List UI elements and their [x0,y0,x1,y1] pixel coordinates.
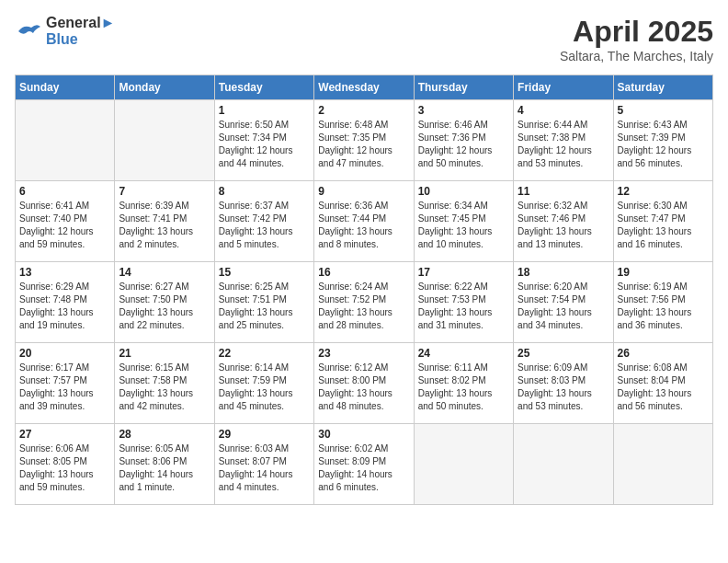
day-info: Sunrise: 6:48 AM Sunset: 7:35 PM Dayligh… [318,119,409,170]
day-info: Sunrise: 6:05 AM Sunset: 8:06 PM Dayligh… [119,442,210,494]
logo-bird-icon [15,20,42,42]
calendar-table: SundayMondayTuesdayWednesdayThursdayFrid… [15,75,713,505]
calendar-cell: 2Sunrise: 6:48 AM Sunset: 7:35 PM Daylig… [314,100,414,181]
day-number: 24 [418,347,509,360]
day-info: Sunrise: 6:41 AM Sunset: 7:40 PM Dayligh… [19,200,110,251]
day-info: Sunrise: 6:03 AM Sunset: 8:07 PM Dayligh… [219,442,310,494]
calendar-cell: 12Sunrise: 6:30 AM Sunset: 7:47 PM Dayli… [613,181,712,262]
month-title: April 2025 [560,15,713,49]
calendar-cell: 19Sunrise: 6:19 AM Sunset: 7:56 PM Dayli… [613,262,712,343]
weekday-header-tuesday: Tuesday [214,75,313,100]
day-info: Sunrise: 6:46 AM Sunset: 7:36 PM Dayligh… [418,119,509,170]
day-number: 4 [518,104,609,117]
day-number: 10 [418,185,509,198]
calendar-cell: 5Sunrise: 6:43 AM Sunset: 7:39 PM Daylig… [613,100,712,181]
day-number: 13 [19,266,110,279]
day-number: 16 [318,266,409,279]
day-info: Sunrise: 6:36 AM Sunset: 7:44 PM Dayligh… [318,200,409,251]
calendar-cell: 11Sunrise: 6:32 AM Sunset: 7:46 PM Dayli… [514,181,613,262]
day-number: 3 [418,104,509,117]
page-header: General► Blue April 2025 Saltara, The Ma… [15,15,713,63]
calendar-cell: 14Sunrise: 6:27 AM Sunset: 7:50 PM Dayli… [115,262,214,343]
day-number: 9 [318,185,409,198]
day-number: 7 [119,185,210,198]
day-number: 6 [19,185,110,198]
week-row-3: 13Sunrise: 6:29 AM Sunset: 7:48 PM Dayli… [16,262,713,343]
calendar-cell: 20Sunrise: 6:17 AM Sunset: 7:57 PM Dayli… [16,343,115,424]
week-row-4: 20Sunrise: 6:17 AM Sunset: 7:57 PM Dayli… [16,343,713,424]
day-number: 27 [19,428,110,441]
day-info: Sunrise: 6:14 AM Sunset: 7:59 PM Dayligh… [219,362,310,413]
calendar-cell: 21Sunrise: 6:15 AM Sunset: 7:58 PM Dayli… [115,343,214,424]
day-info: Sunrise: 6:50 AM Sunset: 7:34 PM Dayligh… [219,119,310,170]
calendar-cell: 27Sunrise: 6:06 AM Sunset: 8:05 PM Dayli… [16,424,115,505]
day-number: 18 [518,266,609,279]
day-number: 29 [219,428,310,441]
calendar-cell: 13Sunrise: 6:29 AM Sunset: 7:48 PM Dayli… [16,262,115,343]
calendar-cell: 25Sunrise: 6:09 AM Sunset: 8:03 PM Dayli… [514,343,613,424]
calendar-cell: 28Sunrise: 6:05 AM Sunset: 8:06 PM Dayli… [115,424,214,505]
calendar-cell: 16Sunrise: 6:24 AM Sunset: 7:52 PM Dayli… [314,262,414,343]
logo-text: General► [46,15,115,31]
title-block: April 2025 Saltara, The Marches, Italy [560,15,713,63]
day-info: Sunrise: 6:30 AM Sunset: 7:47 PM Dayligh… [618,200,709,251]
day-number: 23 [318,347,409,360]
calendar-cell: 1Sunrise: 6:50 AM Sunset: 7:34 PM Daylig… [214,100,313,181]
logo-blue: Blue [46,31,115,48]
day-info: Sunrise: 6:17 AM Sunset: 7:57 PM Dayligh… [19,362,110,413]
weekday-header-saturday: Saturday [613,75,712,100]
calendar-cell: 15Sunrise: 6:25 AM Sunset: 7:51 PM Dayli… [214,262,313,343]
logo: General► Blue [15,15,115,48]
calendar-cell: 23Sunrise: 6:12 AM Sunset: 8:00 PM Dayli… [314,343,414,424]
day-info: Sunrise: 6:06 AM Sunset: 8:05 PM Dayligh… [19,442,110,494]
day-number: 2 [318,104,409,117]
day-info: Sunrise: 6:19 AM Sunset: 7:56 PM Dayligh… [618,281,709,332]
calendar-cell [16,100,115,181]
calendar-cell [514,424,613,505]
day-number: 28 [119,428,210,441]
day-info: Sunrise: 6:11 AM Sunset: 8:02 PM Dayligh… [418,362,509,413]
day-info: Sunrise: 6:29 AM Sunset: 7:48 PM Dayligh… [19,281,110,332]
day-number: 22 [219,347,310,360]
day-number: 20 [19,347,110,360]
location-subtitle: Saltara, The Marches, Italy [560,49,713,63]
day-info: Sunrise: 6:39 AM Sunset: 7:41 PM Dayligh… [119,200,210,251]
day-info: Sunrise: 6:24 AM Sunset: 7:52 PM Dayligh… [318,281,409,332]
day-number: 19 [618,266,709,279]
day-number: 15 [219,266,310,279]
day-info: Sunrise: 6:08 AM Sunset: 8:04 PM Dayligh… [618,362,709,413]
day-info: Sunrise: 6:09 AM Sunset: 8:03 PM Dayligh… [518,362,609,413]
day-info: Sunrise: 6:44 AM Sunset: 7:38 PM Dayligh… [518,119,609,170]
calendar-cell: 24Sunrise: 6:11 AM Sunset: 8:02 PM Dayli… [414,343,513,424]
day-info: Sunrise: 6:27 AM Sunset: 7:50 PM Dayligh… [119,281,210,332]
calendar-cell: 10Sunrise: 6:34 AM Sunset: 7:45 PM Dayli… [414,181,513,262]
weekday-header-monday: Monday [115,75,214,100]
day-number: 1 [219,104,310,117]
day-number: 14 [119,266,210,279]
day-info: Sunrise: 6:15 AM Sunset: 7:58 PM Dayligh… [119,362,210,413]
calendar-cell: 7Sunrise: 6:39 AM Sunset: 7:41 PM Daylig… [115,181,214,262]
weekday-header-thursday: Thursday [414,75,513,100]
day-info: Sunrise: 6:02 AM Sunset: 8:09 PM Dayligh… [318,442,409,494]
calendar-cell: 26Sunrise: 6:08 AM Sunset: 8:04 PM Dayli… [613,343,712,424]
day-number: 30 [318,428,409,441]
calendar-cell: 3Sunrise: 6:46 AM Sunset: 7:36 PM Daylig… [414,100,513,181]
day-info: Sunrise: 6:34 AM Sunset: 7:45 PM Dayligh… [418,200,509,251]
calendar-cell [613,424,712,505]
day-number: 26 [618,347,709,360]
day-info: Sunrise: 6:43 AM Sunset: 7:39 PM Dayligh… [618,119,709,170]
calendar-cell: 9Sunrise: 6:36 AM Sunset: 7:44 PM Daylig… [314,181,414,262]
calendar-cell: 29Sunrise: 6:03 AM Sunset: 8:07 PM Dayli… [214,424,313,505]
calendar-cell [414,424,513,505]
calendar-cell: 6Sunrise: 6:41 AM Sunset: 7:40 PM Daylig… [16,181,115,262]
weekday-header-row: SundayMondayTuesdayWednesdayThursdayFrid… [16,75,713,100]
weekday-header-wednesday: Wednesday [314,75,414,100]
calendar-cell [115,100,214,181]
day-number: 11 [518,185,609,198]
week-row-5: 27Sunrise: 6:06 AM Sunset: 8:05 PM Dayli… [16,424,713,505]
day-info: Sunrise: 6:12 AM Sunset: 8:00 PM Dayligh… [318,362,409,413]
day-number: 17 [418,266,509,279]
day-number: 21 [119,347,210,360]
calendar-cell: 30Sunrise: 6:02 AM Sunset: 8:09 PM Dayli… [314,424,414,505]
day-info: Sunrise: 6:32 AM Sunset: 7:46 PM Dayligh… [518,200,609,251]
